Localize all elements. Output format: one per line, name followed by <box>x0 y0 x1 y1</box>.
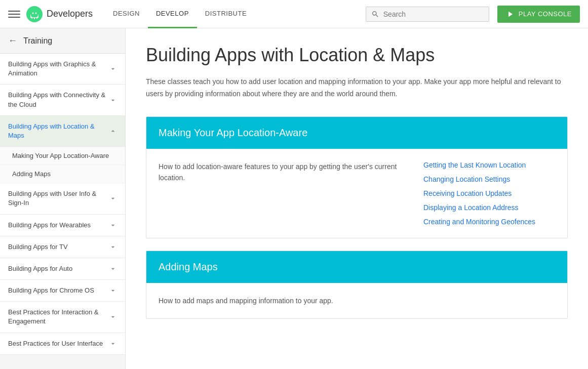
nav-develop[interactable]: DEVELOP <box>148 0 197 28</box>
nav-brand-label: Developers <box>47 9 93 19</box>
nav-design[interactable]: DESIGN <box>105 0 148 28</box>
chevron-up-icon <box>109 127 117 135</box>
chevron-down-icon <box>109 286 117 295</box>
card-adding-maps: Adding Maps How to add maps and mapping … <box>146 251 568 319</box>
link-last-known[interactable]: Getting the Last Known Location <box>423 161 555 169</box>
search-box <box>366 7 489 22</box>
page-title: Building Apps with Location & Maps <box>146 45 568 66</box>
svg-point-5 <box>35 12 37 14</box>
sidebar-item-tv[interactable]: Building Apps for TV <box>0 236 125 258</box>
sidebar-item-chromeos[interactable]: Building Apps for Chrome OS <box>0 280 125 302</box>
chevron-down-icon <box>109 243 117 251</box>
chevron-down-icon <box>109 194 117 202</box>
svg-rect-3 <box>31 13 38 17</box>
nav-logo: Developers <box>26 6 93 22</box>
card-body-adding-maps: How to add maps and mapping information … <box>146 283 567 318</box>
link-changing-settings[interactable]: Changing Location Settings <box>423 175 555 183</box>
svg-rect-8 <box>32 18 34 20</box>
chevron-down-icon <box>109 65 117 73</box>
svg-rect-9 <box>35 18 36 20</box>
sidebar-header: ← Training <box>0 28 125 54</box>
chevron-down-icon <box>109 265 117 273</box>
back-button[interactable]: ← <box>8 35 17 46</box>
card-description-location-aware: How to add location-aware features to yo… <box>159 161 423 226</box>
android-logo-icon <box>26 6 43 22</box>
sidebar-item-location-aware[interactable]: Making Your App Location-Aware <box>0 147 125 165</box>
sidebar-item-graphics[interactable]: Building Apps with Graphics & Animation <box>0 54 125 85</box>
chevron-down-icon <box>109 313 117 321</box>
sidebar-item-auto[interactable]: Building Apps for Auto <box>0 258 125 280</box>
nav-distribute[interactable]: DISTRIBUTE <box>197 0 255 28</box>
search-input[interactable] <box>383 10 484 18</box>
sidebar-item-best-practices-interaction[interactable]: Best Practices for Interaction & Engagem… <box>0 302 125 333</box>
sidebar-item-userinfo[interactable]: Building Apps with User Info & Sign-In <box>0 183 125 214</box>
chevron-down-icon <box>109 221 117 229</box>
sidebar-item-wearables[interactable]: Building Apps for Wearables <box>0 215 125 236</box>
card-description-adding-maps: How to add maps and mapping information … <box>159 295 555 306</box>
card-header-adding-maps: Adding Maps <box>146 251 567 283</box>
main-layout: ← Training Building Apps with Graphics &… <box>0 28 588 369</box>
search-icon <box>371 10 379 18</box>
link-geofences[interactable]: Creating and Monitoring Geofences <box>423 218 555 226</box>
content-area: Building Apps with Location & Maps These… <box>126 28 588 369</box>
sidebar-item-adding-maps[interactable]: Adding Maps <box>0 165 125 183</box>
top-nav: Developers DESIGN DEVELOP DISTRIBUTE PLA… <box>0 0 588 28</box>
sidebar-item-location[interactable]: Building Apps with Location & Maps <box>0 116 125 147</box>
link-displaying-address[interactable]: Displaying a Location Address <box>423 203 555 212</box>
card-title-location-aware: Making Your App Location-Aware <box>159 127 555 139</box>
sidebar-item-connectivity[interactable]: Building Apps with Connectivity & the Cl… <box>0 85 125 115</box>
card-location-aware: Making Your App Location-Aware How to ad… <box>146 116 568 238</box>
svg-point-4 <box>32 12 34 14</box>
play-icon <box>505 10 515 19</box>
link-receiving-updates[interactable]: Receiving Location Updates <box>423 189 555 197</box>
card-header-location-aware: Making Your App Location-Aware <box>146 117 567 149</box>
chevron-down-icon <box>109 340 117 348</box>
nav-links: DESIGN DEVELOP DISTRIBUTE <box>105 0 255 28</box>
play-console-button[interactable]: PLAY CONSOLE <box>497 6 580 23</box>
sidebar-title: Training <box>23 36 52 46</box>
card-body-location-aware: How to add location-aware features to yo… <box>146 149 567 238</box>
card-title-adding-maps: Adding Maps <box>159 261 555 273</box>
page-description: These classes teach you how to add user … <box>146 76 568 100</box>
card-links-location-aware: Getting the Last Known Location Changing… <box>423 161 555 226</box>
hamburger-menu[interactable] <box>8 8 20 20</box>
sidebar-item-best-practices-ui[interactable]: Best Practices for User Interface <box>0 333 125 355</box>
sidebar: ← Training Building Apps with Graphics &… <box>0 28 126 369</box>
chevron-down-icon <box>109 96 117 104</box>
